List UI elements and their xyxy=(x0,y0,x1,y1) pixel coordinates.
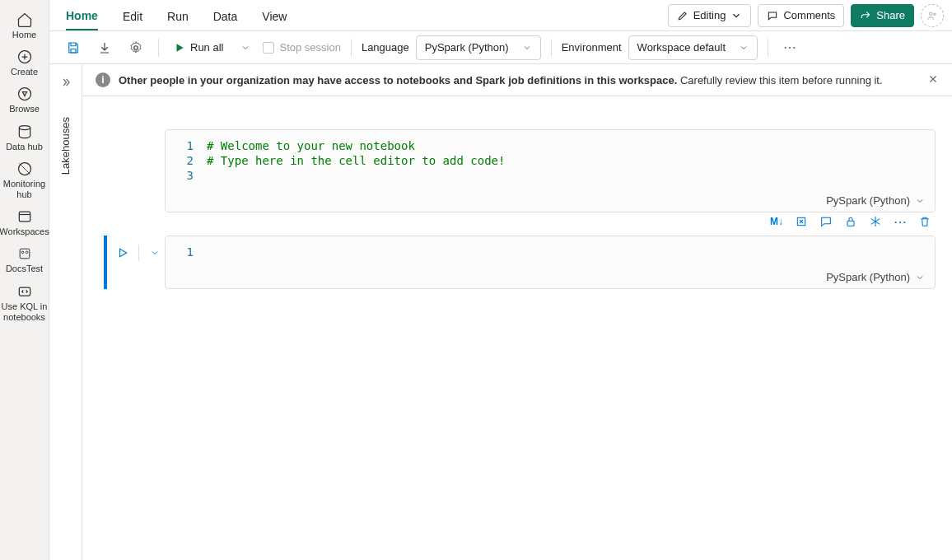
separator xyxy=(551,39,552,57)
code-area[interactable]: 1 xyxy=(166,236,935,268)
language-value: PySpark (Python) xyxy=(425,41,509,54)
lock-cell-button[interactable] xyxy=(840,211,861,232)
editing-mode-button[interactable]: Editing xyxy=(668,4,752,27)
snowflake-icon xyxy=(869,215,882,228)
separator xyxy=(351,39,352,57)
close-icon xyxy=(927,73,939,85)
plus-circle-icon xyxy=(16,49,33,65)
run-all-label: Run all xyxy=(190,41,223,54)
nav-home-label: Home xyxy=(12,30,36,40)
chevron-down-icon xyxy=(915,273,925,282)
line-number: 2 xyxy=(166,153,194,168)
nav-home[interactable]: Home xyxy=(2,7,48,42)
monitoring-icon xyxy=(16,161,33,177)
nav-workspaces-label: Workspaces xyxy=(0,226,49,237)
share-label: Share xyxy=(876,9,905,21)
environment-dropdown[interactable]: Workspace default xyxy=(628,35,758,60)
tab-edit[interactable]: Edit xyxy=(123,2,142,30)
share-button[interactable]: Share xyxy=(851,4,914,27)
run-all-dropdown[interactable] xyxy=(235,37,256,58)
chevron-down-icon xyxy=(730,10,742,21)
presence-avatar[interactable] xyxy=(921,4,944,27)
nav-create[interactable]: Create xyxy=(2,44,48,79)
comments-button[interactable]: Comments xyxy=(758,4,844,27)
lock-icon xyxy=(844,215,857,228)
svg-point-7 xyxy=(26,251,28,254)
chevron-down-icon xyxy=(915,196,925,206)
save-icon xyxy=(66,40,81,55)
separator xyxy=(158,39,159,57)
app-nav-sidebar: Home Create Browse Data hub Monitoring h… xyxy=(0,0,49,560)
convert-markdown-button[interactable]: M↓ xyxy=(766,211,787,232)
comment-icon xyxy=(819,215,833,228)
chevron-down-icon xyxy=(240,43,250,53)
pencil-icon xyxy=(677,10,688,21)
nav-monitoring[interactable]: Monitoring hub xyxy=(2,156,48,202)
workspace-item-icon xyxy=(16,245,33,262)
content-row: Lakehouses i Other people in your organi… xyxy=(49,64,952,560)
cell-toolbar: M↓ ⋯ xyxy=(766,211,936,232)
code-area[interactable]: 1 2 3 # Welcome to your new notebook # T… xyxy=(166,130,935,191)
nav-browse[interactable]: Browse xyxy=(2,81,48,116)
run-cell-menu[interactable] xyxy=(144,242,166,264)
cell-wrap: 1 2 3 # Welcome to your new notebook # T… xyxy=(165,129,936,212)
expand-icon xyxy=(795,215,808,228)
run-cell-button[interactable] xyxy=(112,242,133,264)
tab-view[interactable]: View xyxy=(262,2,287,30)
lakehouses-rail-label[interactable]: Lakehouses xyxy=(59,117,72,175)
svg-point-11 xyxy=(134,45,138,49)
play-icon xyxy=(174,42,185,54)
home-icon xyxy=(16,12,33,28)
chevron-down-icon xyxy=(522,43,532,53)
cell-wrap: M↓ ⋯ xyxy=(165,236,936,289)
download-button[interactable] xyxy=(92,35,117,60)
checkbox-icon xyxy=(263,42,274,54)
expand-panel-button[interactable] xyxy=(56,72,76,92)
main-area: Home Edit Run Data View Editing Comments… xyxy=(49,0,952,560)
trash-icon xyxy=(918,215,931,228)
delete-cell-button[interactable] xyxy=(914,211,936,232)
line-number: 1 xyxy=(166,138,194,153)
cell-comment-button[interactable] xyxy=(815,211,837,232)
nav-workspaces[interactable]: Workspaces xyxy=(2,203,48,239)
info-rest: Carefully review this item before runnin… xyxy=(680,74,883,86)
run-all-button[interactable]: Run all xyxy=(169,41,228,54)
toolbar-more[interactable]: ⋯ xyxy=(778,40,802,55)
nav-docstest-label: DocsTest xyxy=(6,264,43,274)
stop-session-button[interactable]: Stop session xyxy=(263,41,340,54)
line-gutter: 1 xyxy=(166,245,207,259)
nav-kql[interactable]: Use KQL in notebooks xyxy=(2,278,48,324)
info-close-button[interactable] xyxy=(927,73,939,87)
notebook-area: i Other people in your organization may … xyxy=(82,64,952,560)
side-rail: Lakehouses xyxy=(49,64,82,560)
cell-language-selector[interactable]: PySpark (Python) xyxy=(166,268,935,288)
browse-icon xyxy=(16,86,33,102)
code-cell[interactable]: 1 2 3 # Welcome to your new notebook # T… xyxy=(165,129,936,212)
cell-action-button[interactable] xyxy=(791,211,812,232)
code-lines[interactable]: # Welcome to your new notebook # Type he… xyxy=(207,138,925,183)
cell-more-button[interactable]: ⋯ xyxy=(889,211,911,232)
freeze-cell-button[interactable] xyxy=(865,211,886,232)
play-outline-icon xyxy=(117,247,128,259)
chevron-down-icon xyxy=(150,248,160,258)
nav-datahub-label: Data hub xyxy=(6,142,43,152)
cells-container: 1 2 3 # Welcome to your new notebook # T… xyxy=(82,96,952,329)
download-icon xyxy=(97,40,112,55)
tab-data[interactable]: Data xyxy=(213,2,238,30)
language-dropdown[interactable]: PySpark (Python) xyxy=(416,35,541,60)
svg-rect-5 xyxy=(20,249,30,259)
code-lines[interactable] xyxy=(207,245,925,259)
cell-language-selector[interactable]: PySpark (Python) xyxy=(166,191,935,212)
nav-docstest[interactable]: DocsTest xyxy=(2,240,48,276)
tab-home[interactable]: Home xyxy=(66,1,98,30)
tab-run[interactable]: Run xyxy=(167,2,189,30)
svg-point-6 xyxy=(21,251,24,254)
nav-browse-label: Browse xyxy=(9,104,40,114)
toolbar: Run all Stop session Language PySpark (P… xyxy=(49,31,952,64)
nav-datahub[interactable]: Data hub xyxy=(2,119,48,154)
code-cell[interactable]: 1 PySpark (Python) xyxy=(165,236,936,289)
settings-button[interactable] xyxy=(124,35,148,60)
svg-point-2 xyxy=(19,125,30,129)
code-line: # Welcome to your new notebook xyxy=(207,138,925,153)
save-button[interactable] xyxy=(61,35,86,60)
